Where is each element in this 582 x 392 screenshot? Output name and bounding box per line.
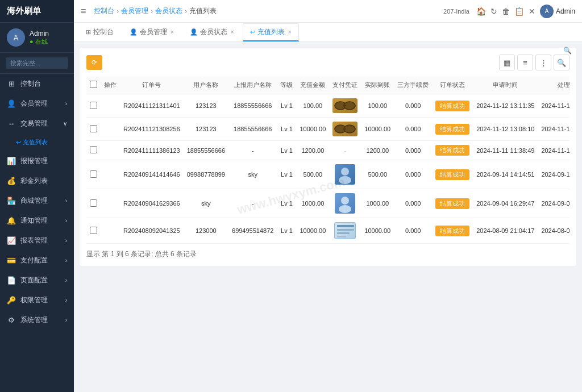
voucher-image[interactable] xyxy=(334,222,356,239)
search-button[interactable]: 🔍 xyxy=(554,55,569,70)
breadcrumb-dashboard[interactable]: 控制台 xyxy=(94,6,114,16)
svg-point-8 xyxy=(341,197,349,205)
tab-label: 会员状态 xyxy=(200,27,227,37)
col-fee: 三方手续费 xyxy=(394,76,432,94)
sidebar-item-payment[interactable]: 💳 支付配置 › xyxy=(0,251,74,270)
row-checkbox-cell[interactable] xyxy=(86,189,101,218)
row-status: 结算成功 xyxy=(432,160,473,189)
row-checkbox[interactable] xyxy=(90,146,97,153)
sidebar-item-transactions[interactable]: ↔ 交易管理 ∨ xyxy=(0,114,74,134)
row-process-time: 2024-09-14 14:15:43 xyxy=(538,160,569,189)
sidebar-item-page-config[interactable]: 📄 页面配置 › xyxy=(0,270,74,290)
svg-rect-11 xyxy=(337,229,354,231)
row-status: 结算成功 xyxy=(432,94,473,118)
sidebar-item-recharge-list[interactable]: ↩ 充值列表 xyxy=(0,134,74,151)
sidebar-item-members[interactable]: 👤 会员管理 › xyxy=(0,94,74,114)
row-status: 结算成功 xyxy=(432,118,473,141)
row-checkbox-cell[interactable] xyxy=(86,160,101,189)
row-checkbox-cell[interactable] xyxy=(86,94,101,118)
voucher-image[interactable] xyxy=(332,98,357,113)
row-order-no: R202408092041325 xyxy=(120,218,184,244)
menu-toggle-icon[interactable]: ≡ xyxy=(81,6,86,16)
tab-close-icon[interactable]: × xyxy=(231,29,234,35)
list-view-button[interactable]: ≡ xyxy=(517,55,533,70)
row-voucher[interactable] xyxy=(329,189,361,218)
row-process-time: 2024-09-04 16:32:23 xyxy=(538,189,569,218)
members-tab-icon: 👤 xyxy=(130,28,138,36)
tab-label: 会员管理 xyxy=(140,27,167,37)
voucher-image[interactable] xyxy=(335,164,355,185)
tab-recharge-list[interactable]: ↩ 充值列表 × xyxy=(243,23,299,41)
sidebar-item-dashboard[interactable]: ⊞ 控制台 xyxy=(0,74,74,94)
topbar-user[interactable]: A Admin xyxy=(540,5,575,18)
transactions-icon: ↔ xyxy=(7,119,16,128)
tab-members[interactable]: 👤 会员管理 × xyxy=(122,23,181,41)
breadcrumb-sep: › xyxy=(117,7,119,15)
row-voucher[interactable]: - xyxy=(329,141,361,160)
chevron-down-icon: ∨ xyxy=(63,120,67,127)
table-container: 操作 订单号 用户名称 上报用户名称 等级 充值金额 支付凭证 实际到账 三方手… xyxy=(86,76,569,244)
row-voucher[interactable] xyxy=(329,160,361,189)
grid-view-button[interactable]: ▦ xyxy=(499,55,515,70)
chevron-right-icon: › xyxy=(65,297,67,303)
row-amount: 10000.00 xyxy=(296,118,329,141)
sidebar-item-roles[interactable]: 🔑 权限管理 › xyxy=(0,290,74,310)
row-checkbox[interactable] xyxy=(90,199,97,207)
row-process-time: 2024-08-09 21:04:55 xyxy=(538,218,569,244)
main-area: ≡ 控制台 › 会员管理 › 会员状态 › 充值列表 207-India 🏠 ↻… xyxy=(74,0,582,392)
tab-close-icon[interactable]: × xyxy=(171,29,174,35)
sidebar-logo: 海外刷单 xyxy=(0,0,74,23)
recharge-table: 操作 订单号 用户名称 上报用户名称 等级 充值金额 支付凭证 实际到账 三方手… xyxy=(86,76,569,244)
home-icon[interactable]: 🏠 xyxy=(476,7,486,16)
topbar-right: 207-India 🏠 ↻ 🗑 📋 ✕ A Admin xyxy=(443,5,575,18)
sidebar-item-system[interactable]: ⚙ 系统管理 › xyxy=(0,310,74,330)
breadcrumb-member-status[interactable]: 会员状态 xyxy=(155,6,182,16)
row-level: Lv 1 xyxy=(277,160,296,189)
row-parent-username: - xyxy=(228,189,277,218)
row-order-no: R202409041629366 xyxy=(120,189,184,218)
row-level: Lv 1 xyxy=(277,118,296,141)
row-process-time: 2024-11-11 11:39:10 xyxy=(538,141,569,160)
row-checkbox[interactable] xyxy=(90,227,97,234)
search-input[interactable] xyxy=(6,57,68,69)
row-voucher[interactable] xyxy=(329,94,361,118)
sidebar-item-report[interactable]: 📈 报表管理 › xyxy=(0,231,74,251)
row-checkbox-cell[interactable] xyxy=(86,118,101,141)
refresh-icon[interactable]: ↻ xyxy=(490,7,497,16)
column-settings-button[interactable]: ⋮ xyxy=(535,55,551,70)
sidebar-item-shop[interactable]: 🏪 商城管理 › xyxy=(0,191,74,211)
row-checkbox[interactable] xyxy=(90,102,97,109)
row-voucher[interactable] xyxy=(329,218,361,244)
row-username: 09988778899 xyxy=(184,160,228,189)
tab-close-icon[interactable]: × xyxy=(288,29,292,35)
refresh-button[interactable]: ⟳ xyxy=(86,55,102,70)
tab-member-status[interactable]: 👤 会员状态 × xyxy=(182,23,242,41)
row-fee: 0.000 xyxy=(394,94,432,118)
row-amount: 500.00 xyxy=(296,160,329,189)
status-badge: 结算成功 xyxy=(435,145,469,156)
voucher-image[interactable] xyxy=(332,122,357,136)
sidebar-item-funds[interactable]: 💰 彩金列表 xyxy=(0,171,74,191)
breadcrumb-members[interactable]: 会员管理 xyxy=(121,6,148,16)
col-parent-username: 上报用户名称 xyxy=(228,76,277,94)
row-apply-time: 2024-09-14 14:14:51 xyxy=(473,160,538,189)
sidebar-item-reports[interactable]: 📊 报报管理 xyxy=(0,151,74,171)
delete-icon[interactable]: 🗑 xyxy=(502,7,510,16)
row-checkbox[interactable] xyxy=(90,170,97,178)
chevron-right-icon: › xyxy=(65,101,67,107)
row-checkbox-cell[interactable] xyxy=(86,141,101,160)
tab-dashboard[interactable]: ⊞ 控制台 xyxy=(78,23,121,41)
funds-icon: 💰 xyxy=(7,177,16,185)
payment-icon: 💳 xyxy=(7,256,16,265)
row-checkbox-cell[interactable] xyxy=(86,218,101,244)
sidebar-user-section: A Admin ● 在线 xyxy=(0,23,74,53)
row-voucher[interactable] xyxy=(329,118,361,141)
copy-icon[interactable]: 📋 xyxy=(514,7,524,16)
row-checkbox[interactable] xyxy=(90,125,97,132)
row-username: 18855556666 xyxy=(184,141,228,160)
topbar: ≡ 控制台 › 会员管理 › 会员状态 › 充值列表 207-India 🏠 ↻… xyxy=(74,0,582,23)
select-all-checkbox[interactable] xyxy=(90,81,97,88)
close-icon[interactable]: ✕ xyxy=(529,7,535,16)
voucher-image[interactable] xyxy=(335,193,355,214)
sidebar-item-notice[interactable]: 🔔 通知管理 › xyxy=(0,211,74,231)
